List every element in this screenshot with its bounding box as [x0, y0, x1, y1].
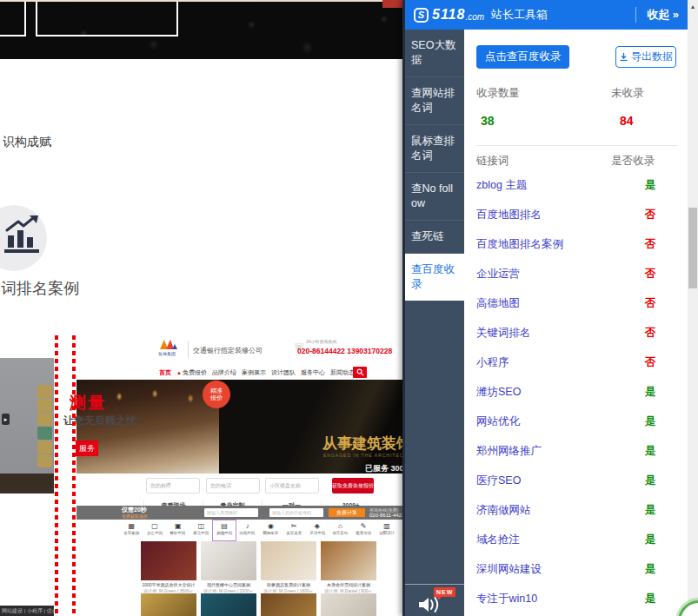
quote-form: 您的称呼 您的电话 小区楼盘名称 获取免费装修报价 — [76, 474, 442, 500]
category-label: 网咖电竞 — [260, 530, 281, 535]
site-nav-item[interactable]: ▲ 免费报价 — [176, 368, 207, 377]
category-label: 全部案例 — [121, 530, 142, 535]
keyword-link[interactable]: 网站优化 — [476, 414, 520, 429]
category-tab[interactable]: ✎ 教育培训 ▾ — [352, 520, 376, 540]
category-tab[interactable]: ♪ 休闲空间 ▾ — [236, 520, 259, 540]
keyword-link[interactable]: 百度地图排名案例 — [476, 237, 563, 252]
category-tab[interactable]: ⌂ 酒店宾馆 ▾ — [329, 520, 352, 540]
case-card[interactable]: 主题餐厅空间设计案例 设计师: M.Green | 1200㎡ — [201, 593, 256, 616]
name-input[interactable]: 您的称呼 — [146, 478, 200, 493]
case-card[interactable]: 现代售楼中心空间案例 设计师: M.Green | 2000㎡ — [201, 541, 256, 593]
quote-lead-subtitle: 免费获取报价 — [122, 513, 148, 519]
category-tab[interactable]: ▦ 全部案例 ▾ — [120, 520, 143, 540]
category-tab[interactable]: ▢ 办公空间 ▾ — [143, 520, 167, 540]
site-nav-item[interactable]: ▲ 设计团队 — [271, 368, 296, 377]
hero-price-badge: 精准报价 — [203, 381, 230, 408]
keyword-link[interactable]: 企业运营 — [476, 267, 520, 282]
sidebar-item-label: 查网站排名词 — [411, 87, 455, 114]
site-nav-label: 免费报价 — [183, 368, 207, 377]
sidebar-item-label: 鼠标查排名词 — [411, 135, 455, 162]
keyword-link[interactable]: 百度地图排名 — [476, 208, 542, 222]
scrollbar-up-arrow[interactable]: ▲ — [688, 3, 698, 10]
extension-panel: S 5118 .com 站长工具箱 收起 » SEO大数据 查网站排名词 鼠标查… — [402, 0, 688, 616]
area-input[interactable]: 请输入房屋面积 — [204, 508, 258, 517]
case-title: 木质会所空间设计案例 — [321, 582, 376, 588]
sidebar-item[interactable]: 查死链 — [405, 221, 464, 254]
collapse-button[interactable]: 收起 » — [635, 7, 679, 23]
category-label: 休闲空间 — [237, 530, 258, 535]
export-data-button[interactable]: 导出数据 — [615, 46, 676, 68]
panel-title: 站长工具箱 — [491, 7, 548, 23]
category-tab[interactable]: ✂ 美容美发 ▾ — [283, 520, 306, 540]
table-row: 潍坊SEO 是 — [464, 377, 688, 407]
sidebar-divider — [405, 584, 464, 585]
new-badge: NEW — [434, 587, 455, 597]
table-row: 百度地图排名 否 — [464, 200, 688, 229]
category-icon: ◫ — [189, 522, 213, 530]
category-tab[interactable]: ◈ 足浴空间 ▾ — [306, 520, 329, 540]
sidebar-item[interactable]: 查百度收录 — [405, 254, 464, 301]
case-card[interactable]: 1000平米酒店会所大堂设计 设计师: M.Green | 3500㎡ — [141, 541, 196, 593]
keyword-link[interactable]: 深圳网站建设 — [476, 562, 542, 577]
site-nav-item[interactable]: ▲ 案例展示 — [242, 368, 266, 377]
site-nav-item[interactable]: ▲ 品牌介绍 — [212, 368, 236, 377]
phone-input[interactable]: 您的电话 — [206, 478, 260, 493]
site-nav-item[interactable]: ▲ 服务中心 — [301, 368, 325, 377]
sidebar-item[interactable]: 鼠标查排名词 — [405, 125, 464, 173]
keyword-link[interactable]: 小程序 — [476, 355, 509, 370]
keyword-link[interactable]: 济南做网站 — [476, 503, 531, 518]
address-input[interactable]: 小区楼盘名称 — [265, 478, 319, 493]
category-label: 足浴空间 — [307, 530, 328, 535]
calc-button[interactable]: 免费计算 — [329, 508, 365, 517]
cut-marker-line — [55, 335, 58, 616]
keyword-link[interactable]: zblog 主题 — [476, 178, 527, 193]
case-thumbnail — [261, 541, 316, 580]
status-column-header: 是否收录 — [611, 154, 655, 169]
link-column-header: 链接词 — [476, 154, 509, 169]
site-nav-label: 服务中心 — [301, 368, 325, 377]
case-card[interactable]: 木质会所空间设计案例 设计师: M.Daniel | 900㎡ — [321, 541, 376, 593]
category-tab[interactable]: ◉ 网咖电竞 ▾ — [259, 520, 283, 540]
scrollbar-thumb[interactable] — [688, 208, 697, 288]
table-row: 高德地图 否 — [464, 288, 688, 318]
keyword-link[interactable]: 域名抢注 — [476, 533, 520, 547]
mobile-input[interactable]: 请输入您的手机号码 — [269, 508, 323, 517]
quote-submit-button[interactable]: 获取免费装修报价 — [332, 478, 374, 493]
check-baidu-index-button[interactable]: 点击查百度收录 — [476, 45, 569, 69]
mini-footer-text: 网站建设 | 小程序 | 优化 — [2, 606, 54, 616]
site-nav: ▲ 首页 ▲ 免费报价 ▲ 品牌介绍 ▲ 案例 — [76, 365, 442, 381]
baidu-index-table: zblog 主题 是 百度地图排名 否 百度地图排名案例 否 企业运营 — [464, 170, 688, 613]
browser-scrollbar[interactable]: ▲ — [688, 0, 698, 616]
keyword-link[interactable]: 专注于win10 — [476, 592, 537, 606]
quote-lead-title: 仅需20秒 — [122, 507, 147, 513]
case-card[interactable]: 欧式宴会大厅设计案例 设计师: M.Green | 2600㎡ — [141, 593, 196, 616]
case-card[interactable]: 轻奢酒店客房设计案例 设计师: M.Green | 1800㎡ — [261, 541, 316, 593]
included-status: 是 — [637, 592, 663, 606]
included-status: 是 — [637, 178, 663, 193]
case-card[interactable]: 中式餐饮空间设计案例 设计师: M.Daniel | 1500㎡ — [261, 593, 316, 616]
keyword-link[interactable]: 医疗SEO — [476, 474, 521, 488]
keyword-link[interactable]: 高德地图 — [476, 296, 520, 311]
category-tab[interactable]: ▤ 购物空间 ▾ — [213, 520, 236, 540]
category-icon: ▢ — [143, 522, 167, 530]
category-icon: ▤ — [213, 522, 236, 530]
keyword-link[interactable]: 潍坊SEO — [476, 385, 521, 400]
category-tab[interactable]: ◫ 展示空间 ▾ — [189, 520, 213, 540]
keyword-link[interactable]: 关键词排名 — [476, 326, 531, 341]
case-card[interactable]: 酒店大堂吊顶设计案例 设计师: M.Green | 3000㎡ — [321, 593, 376, 616]
category-tab[interactable]: ▣ 餐饮空间 ▾ — [166, 520, 189, 540]
sidebar-item[interactable]: SEO大数据 — [405, 30, 464, 77]
table-row: zblog 主题 是 — [464, 170, 688, 200]
category-tab[interactable]: ▥ 别墅设计 ▾ — [376, 520, 399, 540]
stats-table-divider — [476, 145, 678, 146]
sidebar-item[interactable]: 查No follow — [405, 173, 464, 221]
site-nav-item[interactable]: ▲ 首页 — [159, 368, 171, 377]
sidebar-item[interactable]: 查网站排名词 — [405, 77, 464, 125]
floating-contact-buttons — [37, 385, 52, 467]
keyword-link[interactable]: 郑州网络推广 — [476, 444, 542, 459]
quote-hotline-number: 020-8611-4422 — [369, 513, 404, 519]
section-title: 词排名案例 — [1, 278, 79, 299]
site-nav-item[interactable]: ▲ 新闻动态 — [330, 368, 355, 377]
collapse-arrow-tab: ▸ — [2, 414, 10, 425]
site-search-button[interactable] — [353, 367, 367, 378]
